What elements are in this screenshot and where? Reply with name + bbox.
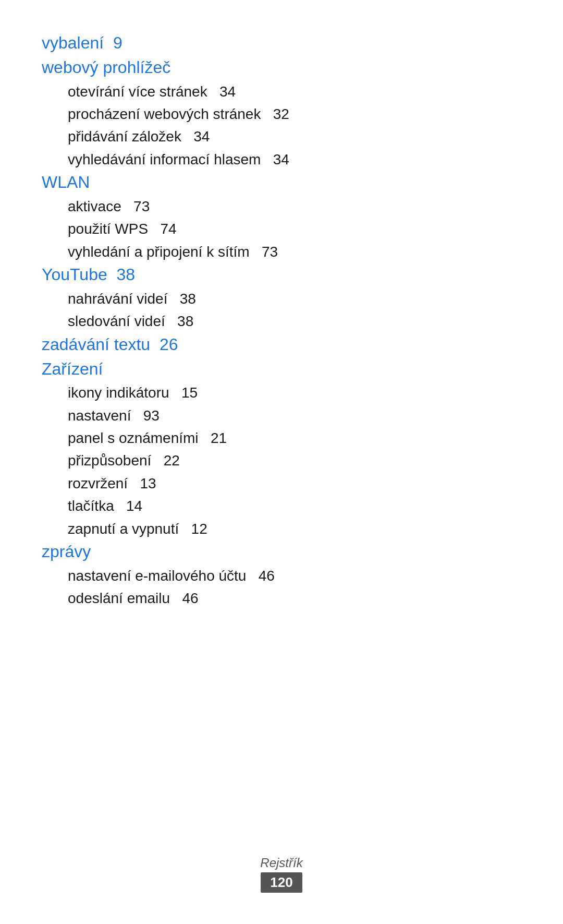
- index-subitem: použití WPS 74: [42, 218, 521, 240]
- index-heading: WLAN: [42, 173, 90, 191]
- index-heading: webový prohlížeč: [42, 58, 170, 77]
- index-subitem: procházení webových stránek 32: [42, 103, 521, 125]
- index-heading: vybalení 9: [42, 33, 123, 52]
- index-heading: YouTube 38: [42, 265, 135, 284]
- index-heading: zadávání textu 26: [42, 335, 178, 354]
- index-subitem: sledování videí 38: [42, 310, 521, 332]
- index-subitem: otevírání více stránek 34: [42, 80, 521, 103]
- index-subitem: rozvržení 13: [42, 472, 521, 495]
- index-subitem: vyhledávání informací hlasem 34: [42, 148, 521, 171]
- index-content: vybalení 9webový prohlížečotevírání více…: [0, 0, 563, 662]
- index-subitem: nastavení 93: [42, 404, 521, 427]
- index-heading: Zařízení: [42, 359, 103, 378]
- index-subitem: nastavení e-mailového účtu 46: [42, 565, 521, 587]
- index-heading: zprávy: [42, 542, 91, 561]
- index-subitem: přizpůsobení 22: [42, 449, 521, 472]
- index-subitem: panel s oznámeními 21: [42, 427, 521, 449]
- index-subitem: nahrávání videí 38: [42, 287, 521, 310]
- index-subitem: ikony indikátoru 15: [42, 381, 521, 404]
- index-subitem: aktivace 73: [42, 195, 521, 218]
- page-footer: Rejstřík 120: [0, 856, 563, 893]
- footer-page-number: 120: [261, 872, 302, 893]
- index-subitem: tlačítka 14: [42, 495, 521, 517]
- index-subitem: odeslání emailu 46: [42, 587, 521, 609]
- index-subitem: zapnutí a vypnutí 12: [42, 518, 521, 540]
- index-subitem: přidávání záložek 34: [42, 125, 521, 148]
- index-subitem: vyhledání a připojení k sítím 73: [42, 241, 521, 263]
- footer-label: Rejstřík: [0, 856, 563, 870]
